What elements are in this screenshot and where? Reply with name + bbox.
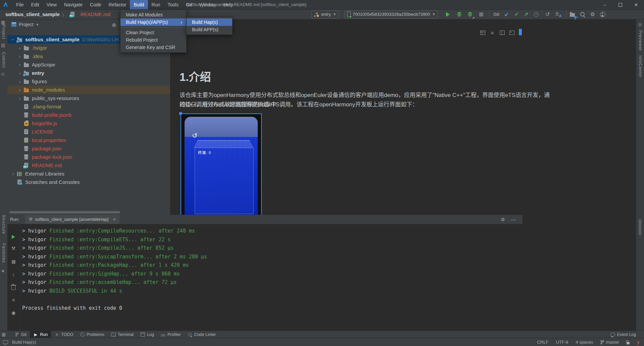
line-ending-widget[interactable]: CRLF xyxy=(537,340,548,345)
gear-icon[interactable]: ⚙ xyxy=(501,217,505,222)
tree-item-idea[interactable]: ›.idea xyxy=(7,52,170,60)
menu-item-build-hap-s[interactable]: Build Hap(s) xyxy=(187,18,232,26)
restore-layout-button[interactable]: ↕ xyxy=(10,271,16,278)
encoding-widget[interactable]: UTF-8 xyxy=(556,340,568,345)
pin-button[interactable]: ◉ xyxy=(10,310,16,316)
maximize-button[interactable] xyxy=(612,0,628,9)
breadcrumb-project[interactable]: softbus_client_sample xyxy=(5,11,60,17)
stripe-infocenter-button[interactable]: InfoCenter xyxy=(638,55,643,78)
toolwindow-run[interactable]: ▶Run xyxy=(30,331,51,338)
toolwindow-profiler[interactable]: Profiler xyxy=(157,331,184,338)
soft-wrap-button[interactable]: ≡ xyxy=(10,297,16,303)
tree-item-node-modules[interactable]: ›node_modules xyxy=(7,86,170,94)
menu-item-rebuild-project[interactable]: Rebuild Project xyxy=(120,36,186,44)
stripe-favorites-button[interactable]: Favorites xyxy=(1,243,6,263)
console-output[interactable]: > hvigor Finished :entry:CompileResource… xyxy=(22,227,207,312)
stop-button[interactable] xyxy=(478,10,484,18)
translate-button[interactable] xyxy=(555,10,562,18)
build-settings-button[interactable]: ⚒ xyxy=(10,245,16,251)
menu-tools[interactable]: Tools xyxy=(164,0,182,9)
chevron-icon[interactable]: › xyxy=(17,45,23,51)
tree-item-scratches-and-consoles[interactable]: Scratches and Consoles xyxy=(7,178,170,186)
scrollbar-thumb[interactable] xyxy=(639,219,641,235)
menu-item-build-app-s[interactable]: Build APP(s) xyxy=(187,26,232,33)
project-panel-header[interactable]: Project ▼ xyxy=(11,21,39,28)
git-update-button[interactable]: ↙ xyxy=(504,10,510,18)
toolwindow-code-linter[interactable]: Code Linter xyxy=(184,331,219,338)
profile-button[interactable] xyxy=(600,10,606,18)
grid-view-icon[interactable] xyxy=(479,30,486,36)
stripe-project-button[interactable]: Project xyxy=(1,24,6,39)
tree-item-license[interactable]: LICENSE xyxy=(7,128,170,136)
chevron-icon[interactable]: › xyxy=(10,37,16,43)
hide-panel-icon[interactable]: — xyxy=(511,217,516,222)
minimize-button[interactable]: – xyxy=(597,0,612,9)
toolwindow-git[interactable]: Git xyxy=(11,331,30,338)
stripe-commit-button[interactable]: Commit xyxy=(1,52,6,68)
toolwindow-todo[interactable]: ≡TODO xyxy=(51,331,77,338)
run-tab[interactable]: ⚒ softbus_client_sample [assembleHap] ✕ xyxy=(25,215,119,224)
tree-item-external-libraries[interactable]: ›External Libraries xyxy=(7,169,170,178)
target-icon[interactable]: ◎ xyxy=(638,22,642,27)
menu-navigate[interactable]: Navigate xyxy=(60,0,86,9)
tree-item-entry[interactable]: ›entry xyxy=(7,69,170,77)
chevron-icon[interactable]: › xyxy=(17,79,23,84)
git-commit-button[interactable]: ✓ xyxy=(514,10,520,18)
close-icon[interactable]: ✕ xyxy=(113,217,116,222)
chevron-icon[interactable]: › xyxy=(17,87,23,93)
run-button[interactable] xyxy=(445,10,451,18)
menu-item-generate-key-and-csr[interactable]: Generate Key and CSR xyxy=(120,44,186,51)
close-button[interactable]: ✕ xyxy=(628,0,644,9)
tree-item-build-profile-json5[interactable]: build-profile.json5 xyxy=(7,111,170,119)
image-view-icon[interactable] xyxy=(508,30,515,36)
git-branch-widget[interactable]: master xyxy=(600,340,619,345)
module-selector[interactable]: entry ▼ xyxy=(311,10,339,18)
tree-item-appscope[interactable]: ›AppScope xyxy=(7,60,170,69)
chevron-icon[interactable]: › xyxy=(10,171,16,177)
rollback-button[interactable]: ↺ xyxy=(545,10,551,18)
outline-icon[interactable]: ≡ xyxy=(489,30,496,36)
tree-item-hvigorfile-js[interactable]: hvigorfile.js xyxy=(7,119,170,128)
lock-icon[interactable] xyxy=(627,342,630,344)
stripe-structure-button[interactable]: Structure xyxy=(1,215,6,234)
menu-refactor[interactable]: Refactor xyxy=(105,0,130,9)
status-message[interactable]: Build Hap(s) xyxy=(12,340,36,345)
tool-windows-corner-icon[interactable]: ▦ xyxy=(2,332,6,337)
split-view-icon[interactable] xyxy=(499,30,505,36)
tree-item-public-sys-resources[interactable]: ›public_sys-resources xyxy=(7,94,170,102)
device-selector[interactable]: 7001005458323933328a255becb73900 ▼ xyxy=(344,10,438,18)
horizontal-scrollbar[interactable] xyxy=(9,211,120,213)
menu-edit[interactable]: Edit xyxy=(28,0,43,9)
rerun-button[interactable] xyxy=(10,234,16,240)
chevron-icon[interactable]: › xyxy=(17,62,23,67)
toolwindow-log[interactable]: Log xyxy=(137,331,157,338)
stop-button[interactable] xyxy=(10,259,16,265)
settings-button[interactable]: ⚙ xyxy=(590,10,596,18)
tree-item-readme-md[interactable]: README.md xyxy=(7,161,170,169)
menu-file[interactable]: File xyxy=(12,0,28,9)
clear-console-button[interactable] xyxy=(10,284,16,290)
scrollbar-thumb[interactable] xyxy=(519,29,522,35)
tree-item-local-properties[interactable]: local.properties xyxy=(7,136,170,144)
indent-widget[interactable]: 4 spaces xyxy=(576,340,593,345)
chevron-icon[interactable]: › xyxy=(17,96,23,101)
tree-item-clang-format[interactable]: .clang-format xyxy=(7,102,170,111)
history-button[interactable] xyxy=(533,10,539,18)
project-structure-button[interactable] xyxy=(569,10,576,18)
menu-item-clean-project[interactable]: Clean Project xyxy=(120,29,186,36)
stripe-previewer-button[interactable]: Previewer xyxy=(638,30,643,51)
chevron-icon[interactable]: › xyxy=(17,54,23,59)
git-push-button[interactable]: ↗ xyxy=(523,10,529,18)
toolwindow-problems[interactable]: Problems xyxy=(77,331,108,338)
toolwindow-event-log[interactable]: Event Log xyxy=(607,331,639,338)
attach-debugger-button[interactable]: ↗ xyxy=(467,10,473,18)
menu-item-make-all-modules[interactable]: Make All Modules xyxy=(120,11,186,18)
tree-item-package-json[interactable]: package.json xyxy=(7,144,170,153)
locate-file-icon[interactable]: ⊕ xyxy=(112,22,116,28)
search-everywhere-button[interactable] xyxy=(580,10,586,18)
menu-run[interactable]: Run xyxy=(148,0,164,9)
markdown-image[interactable]: ↻ 终端: 0 xyxy=(181,113,262,215)
toolwindow-terminal[interactable]: Terminal xyxy=(108,331,137,338)
status-badge[interactable]: y xyxy=(637,339,640,345)
selection-handle[interactable] xyxy=(179,112,182,115)
